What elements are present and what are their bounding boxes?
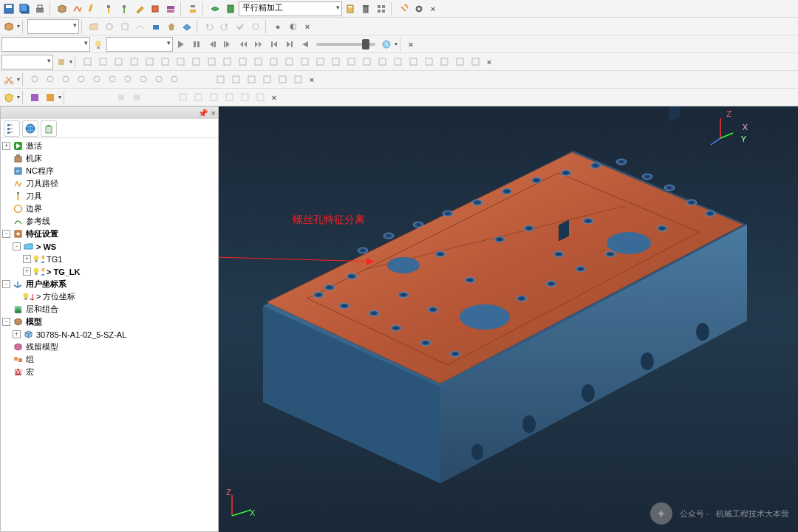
clock-icon[interactable]	[379, 37, 394, 52]
tree-node[interactable]: 边界	[2, 202, 216, 215]
tree-node[interactable]: +激活	[2, 140, 216, 152]
ffwd-icon[interactable]	[251, 37, 266, 52]
box2-icon[interactable]	[149, 19, 163, 34]
expand-icon[interactable]: +	[13, 330, 21, 338]
toolpath-icon[interactable]	[70, 1, 85, 16]
curve-icon[interactable]	[133, 19, 148, 34]
operation-dropdown[interactable]: 平行精加工	[239, 1, 342, 16]
close-icon[interactable]: ×	[427, 3, 439, 15]
edit-item-icon[interactable]	[228, 72, 243, 87]
display-item-icon[interactable]	[206, 90, 221, 105]
sync-icon[interactable]	[248, 19, 263, 34]
expand-icon[interactable]: -	[2, 318, 10, 326]
tool-item-icon[interactable]	[282, 55, 296, 69]
speed-slider[interactable]	[316, 43, 375, 46]
tool-item-icon[interactable]	[111, 55, 126, 69]
bulb-icon[interactable]	[91, 37, 106, 52]
undo-icon[interactable]	[202, 19, 216, 34]
empty-dropdown-3[interactable]	[106, 37, 173, 52]
close-icon[interactable]: ×	[306, 74, 318, 86]
view2-icon[interactable]	[117, 19, 132, 34]
panel-close-icon[interactable]: ×	[211, 109, 216, 117]
stop-icon[interactable]	[298, 37, 313, 52]
empty-dropdown-1[interactable]	[27, 19, 79, 34]
shield-icon[interactable]	[1, 90, 16, 105]
tool-item-icon[interactable]	[173, 55, 188, 69]
tree-node[interactable]: -> WS	[2, 240, 216, 253]
tool-item-icon[interactable]	[406, 55, 420, 69]
plane-icon[interactable]	[180, 19, 194, 34]
tool-item-icon[interactable]	[204, 55, 219, 69]
tree-node[interactable]: -特征设置	[2, 228, 216, 240]
mat2-icon[interactable]	[43, 90, 58, 105]
tree-node[interactable]: -模型	[2, 316, 216, 328]
tool-item-icon[interactable]	[188, 55, 203, 69]
edit-item-icon[interactable]	[136, 72, 151, 87]
tree-structure-icon[interactable]	[4, 120, 20, 137]
gear-icon[interactable]	[412, 1, 426, 16]
expand-icon[interactable]: -	[2, 230, 10, 238]
folder-icon[interactable]	[86, 19, 101, 34]
tree-node[interactable]: > 方位坐标	[2, 290, 216, 303]
tree-node[interactable]: 层和组合	[2, 303, 216, 316]
globe-icon[interactable]	[22, 120, 38, 137]
close-icon[interactable]: ×	[301, 21, 313, 33]
scissors-icon[interactable]	[1, 72, 16, 87]
tool-item-icon[interactable]	[157, 55, 172, 69]
redo-icon[interactable]	[217, 19, 232, 34]
skip-back-icon[interactable]	[267, 37, 282, 52]
tree-node[interactable]: -用户坐标系	[2, 278, 216, 290]
close-icon[interactable]: ×	[405, 38, 417, 50]
close-icon[interactable]: ×	[483, 56, 495, 68]
tree-node[interactable]: +TG1	[2, 253, 216, 265]
box-icon[interactable]	[55, 1, 69, 16]
pause-icon[interactable]	[189, 37, 204, 52]
tree-node[interactable]: 机床	[2, 152, 216, 165]
cube1-icon[interactable]	[114, 90, 129, 105]
display-item-icon[interactable]	[175, 90, 190, 105]
play-icon[interactable]	[174, 37, 188, 52]
panel-pin-icon[interactable]: 📌	[198, 109, 208, 118]
step-fwd-icon[interactable]	[220, 37, 235, 52]
save-icon[interactable]	[1, 1, 16, 16]
edit-item-icon[interactable]	[74, 72, 89, 87]
save-all-icon[interactable]	[17, 1, 32, 16]
tool-item-icon[interactable]	[126, 55, 141, 69]
view1-icon[interactable]	[102, 19, 117, 34]
item-icon[interactable]: ●	[270, 19, 285, 34]
skip-fwd-icon[interactable]	[282, 37, 297, 52]
edit-item-icon[interactable]	[151, 72, 166, 87]
3d-viewport[interactable]: // scatter holes programmatically const …	[219, 106, 798, 532]
doc-icon[interactable]	[223, 1, 238, 16]
stack-icon[interactable]	[163, 1, 178, 16]
edit-item-icon[interactable]	[120, 72, 135, 87]
tool-icon[interactable]	[101, 1, 116, 16]
edit-item-icon[interactable]	[167, 72, 182, 87]
tree-node[interactable]: NC程序	[2, 165, 216, 177]
item-icon[interactable]: ◐	[286, 19, 301, 34]
tree-node[interactable]: 组	[2, 353, 216, 366]
tool-item-icon[interactable]	[437, 55, 451, 69]
close-icon[interactable]: ×	[268, 92, 280, 103]
edit-item-icon[interactable]	[58, 72, 73, 87]
tool-item-icon[interactable]	[235, 55, 250, 69]
tree-node[interactable]: +> TG_LK	[2, 265, 216, 278]
display-item-icon[interactable]	[222, 90, 236, 105]
measure-icon[interactable]	[86, 1, 100, 16]
tool-item-icon[interactable]	[219, 55, 234, 69]
wrench-icon[interactable]	[396, 1, 411, 16]
edit-item-icon[interactable]	[43, 72, 58, 87]
edit-item-icon[interactable]	[275, 72, 290, 87]
step-back-icon[interactable]	[205, 37, 219, 52]
empty-dropdown-4[interactable]	[1, 55, 53, 69]
display-item-icon[interactable]	[191, 90, 205, 105]
expand-icon[interactable]: +	[2, 142, 10, 150]
calc-icon[interactable]	[343, 1, 358, 16]
empty-dropdown-2[interactable]	[1, 37, 90, 52]
edit-item-icon[interactable]	[290, 72, 305, 87]
tool-item-icon[interactable]	[95, 55, 110, 69]
edit-item-icon[interactable]	[27, 72, 42, 87]
tree-node[interactable]: 刀具路径	[2, 177, 216, 190]
pencil-icon[interactable]	[132, 1, 147, 16]
press-icon[interactable]	[185, 1, 200, 16]
